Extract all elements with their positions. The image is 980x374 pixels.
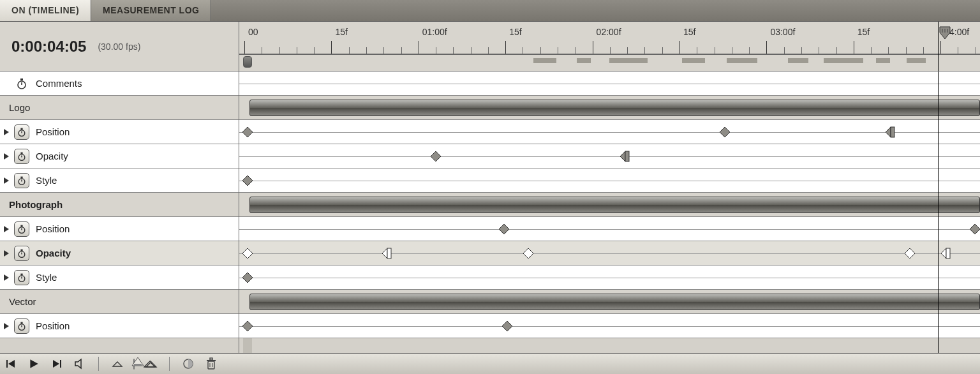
play-button[interactable] [27,357,41,371]
svg-marker-43 [502,321,512,331]
tab-measurement-log[interactable]: MEASUREMENT LOG [91,0,211,21]
ruler-tick-label: 01:00f [422,27,447,37]
stopwatch-button[interactable] [14,149,29,164]
track-lane[interactable] [239,314,980,338]
svg-marker-42 [242,321,253,331]
tab-timeline[interactable]: ON (TIMELINE) [0,0,91,21]
svg-marker-29 [720,127,730,137]
layer-duration-bar[interactable] [249,100,980,116]
zoom-thumb-icon[interactable] [131,355,145,367]
svg-point-10 [19,154,25,160]
row-label: Position [36,320,70,331]
cache-segment [609,58,648,63]
row-logo-opacity[interactable]: Opacity [0,144,239,168]
cache-segment [824,58,863,63]
track-lane[interactable] [239,71,980,96]
keyframe-icon[interactable] [498,223,510,235]
zoom-in-icon[interactable] [144,357,158,371]
disclosure-icon[interactable] [4,323,9,329]
keyframe-icon[interactable] [242,272,253,283]
disclosure-icon[interactable] [4,129,9,135]
svg-rect-55 [208,361,214,369]
row-vector-position[interactable]: Position [0,314,239,338]
disclosure-icon[interactable] [4,226,9,232]
keyframe-icon[interactable] [904,248,916,259]
audio-button[interactable] [73,357,87,371]
row-photograph[interactable]: Photograph [0,193,239,217]
keyframe-icon[interactable] [940,248,952,259]
track-lane[interactable] [239,217,980,241]
keyframe-icon[interactable] [969,223,980,235]
track-lane[interactable] [239,168,980,193]
track-lane[interactable] [239,96,980,120]
zoom-slider[interactable] [133,359,135,369]
keyframe-icon[interactable] [523,248,534,259]
svg-rect-40 [946,248,950,258]
zoom-out-icon[interactable] [110,357,124,371]
svg-rect-11 [20,152,22,153]
row-logo[interactable]: Logo [0,96,239,120]
stopwatch-button[interactable] [14,221,29,237]
last-frame-button[interactable] [50,357,64,371]
stopwatch-button[interactable] [14,318,29,334]
keyframe-icon[interactable] [719,126,731,138]
row-logo-position[interactable]: Position [0,120,239,144]
ruler-tick-label: 15f [509,27,521,37]
cache-segment [788,58,808,63]
ruler-tick-label: 02:00f [597,27,621,37]
row-comments[interactable]: Comments [0,71,239,96]
svg-rect-48 [60,360,61,368]
keyframe-icon[interactable] [382,248,393,259]
svg-marker-49 [75,359,81,368]
svg-rect-44 [6,360,8,368]
keyframe-icon[interactable] [885,126,896,138]
layer-duration-bar[interactable] [249,197,980,213]
disclosure-icon[interactable] [4,274,9,281]
keyframe-icon[interactable] [242,320,253,332]
svg-rect-14 [20,176,22,177]
stopwatch-button[interactable] [14,173,29,188]
keyframe-icon[interactable] [242,126,253,138]
trash-button[interactable] [204,357,218,371]
row-photo-position[interactable]: Position [0,217,239,241]
track-lane[interactable] [239,120,980,144]
row-logo-style[interactable]: Style [0,168,239,193]
keyframe-icon[interactable] [501,320,513,332]
stopwatch-button[interactable] [14,124,29,140]
track-lane[interactable] [239,290,980,314]
layer-duration-bar[interactable] [249,294,980,310]
playhead-icon[interactable] [938,26,952,40]
timeline-tracks[interactable] [239,71,980,353]
svg-marker-33 [242,176,253,186]
timecode[interactable]: 0:00:04:05 [11,38,86,56]
ruler-tick-label: 03:00f [770,27,795,37]
row-label: Logo [9,102,30,113]
stopwatch-button[interactable] [14,246,29,261]
work-area-start-handle[interactable] [243,56,252,68]
row-label: Style [36,272,57,283]
keyframe-icon[interactable] [242,175,253,186]
track-lane[interactable] [239,241,980,266]
keyframe-icon[interactable] [242,248,253,259]
stopwatch-button[interactable] [14,270,29,285]
svg-rect-26 [20,322,22,323]
track-lane[interactable] [239,266,980,290]
keyframe-icon[interactable] [430,151,442,162]
track-lane[interactable] [239,193,980,217]
disclosure-icon[interactable] [4,250,9,257]
onion-skin-button[interactable] [181,357,195,371]
row-label: Photograph [9,199,63,210]
disclosure-icon[interactable] [4,177,9,184]
cache-segment [876,58,890,63]
track-lane[interactable] [239,144,980,168]
svg-marker-46 [30,359,38,368]
keyframe-icon[interactable] [620,151,631,162]
svg-marker-50 [113,362,122,366]
row-vector[interactable]: Vector [0,290,239,314]
svg-rect-23 [20,273,22,274]
time-ruler[interactable]: 0015f01:00f15f02:00f15f03:00f15f04:00f [239,22,980,71]
first-frame-button[interactable] [4,357,18,371]
disclosure-icon[interactable] [4,153,9,160]
row-photo-style[interactable]: Style [0,266,239,290]
row-photo-opacity[interactable]: Opacity [0,241,239,266]
